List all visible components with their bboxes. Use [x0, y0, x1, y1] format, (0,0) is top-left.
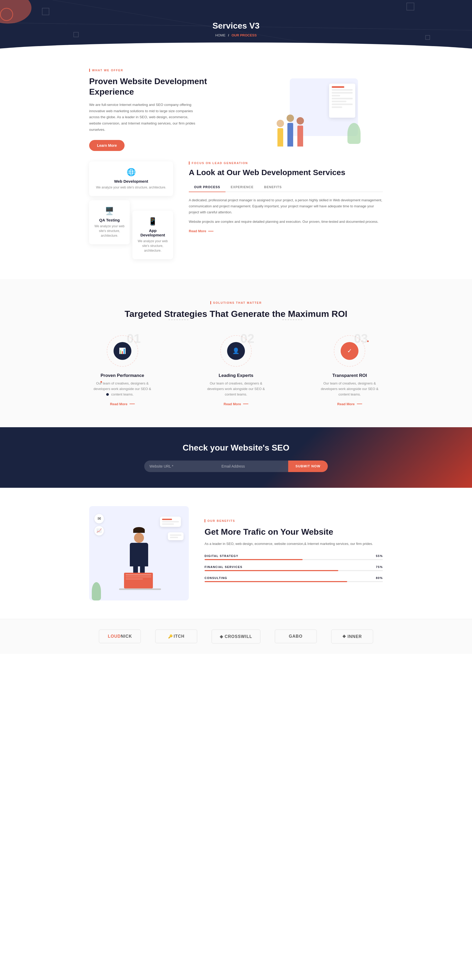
performance-circle: 📊 [113, 342, 131, 360]
experts-desc: Our team of creatives, designers & devel… [205, 381, 266, 397]
roi-card-experts: 02 👤 Leading Experts Our team of creativ… [205, 335, 266, 406]
tab-benefits[interactable]: BENEFITS [259, 183, 287, 192]
hero-document [329, 84, 355, 118]
benefits-content: OUR BENEFITS Get More Trafic on Your Web… [204, 519, 383, 587]
tab-our-process[interactable]: OUR PROCESS [189, 183, 225, 192]
website-url-input[interactable] [144, 460, 216, 472]
service-card-web-dev: 🌐 Web Development We analyze your web si… [89, 161, 173, 196]
logo-inner: ❖ INNER [331, 630, 373, 643]
seo-heading: Check your Website's SEO [11, 443, 461, 453]
logo-crosswill: ◈ CROSSWILL [212, 630, 260, 643]
performance-desc: Our team of creatives, designers & devel… [92, 381, 153, 397]
breadcrumb: HOME / OUR PROCESS [0, 33, 472, 37]
progress-value-digital: 55% [376, 554, 383, 557]
page-title: Services V3 [0, 21, 472, 31]
progress-fill-financial [204, 570, 338, 571]
logos-section: LOUDNICK 🔑ITCH ◈ CROSSWILL GABO ❖ INNER [0, 619, 472, 654]
services-read-more[interactable]: Read More [189, 229, 214, 233]
tab-paragraph-1: A dedicated, professional project manage… [189, 197, 383, 215]
speech-bubble-2 [168, 532, 183, 540]
proven-label: WHAT WE OFFER [89, 69, 228, 72]
transparent-circle: ✓ [341, 342, 359, 360]
logos-row: LOUDNICK 🔑ITCH ◈ CROSSWILL GABO ❖ INNER [92, 630, 380, 643]
tab-paragraph-2: Website projects are complex and require… [189, 219, 383, 225]
progress-label-financial: FINANCIAL SERVICES [204, 565, 242, 568]
benefits-illustration: ✉ 📈 [89, 506, 189, 600]
seo-form: SUBMIT NOW [144, 460, 328, 472]
icon-envelope: ✉ [94, 514, 104, 523]
progress-value-financial: 75% [376, 565, 383, 568]
services-heading: A Look at Our Web Development Services [189, 167, 383, 177]
transparent-read-more[interactable]: Read More [337, 402, 362, 406]
breadcrumb-separator: / [228, 33, 229, 37]
page-header: Services V3 HOME / OUR PROCESS [0, 0, 472, 53]
proven-content: WHAT WE OFFER Proven Website Development… [89, 69, 228, 151]
desk [119, 589, 161, 590]
benefits-body: As a leader in SEO, web design, ecommerc… [204, 541, 383, 547]
floating-icons: ✉ 📈 [94, 514, 104, 536]
benefits-label: OUR BENEFITS [204, 519, 383, 522]
email-address-input[interactable] [216, 460, 288, 472]
hero-plant [348, 123, 360, 144]
services-label: FOCUS ON LEAD GENERATION [189, 161, 383, 165]
tab-content-area: A dedicated, professional project manage… [189, 197, 383, 233]
experts-icon-wrap: 02 👤 [220, 335, 252, 367]
benefits-image: ✉ 📈 [89, 506, 189, 600]
transparent-desc: Our team of creatives, designers & devel… [319, 381, 380, 397]
figure-3 [297, 117, 304, 146]
roi-cards-row: 01 📊 Proven Performance Our team of crea… [92, 335, 380, 406]
roi-heading: Targeted Strategies That Generate the Ma… [11, 308, 461, 320]
submit-seo-button[interactable]: SUBMIT NOW [288, 460, 328, 472]
logo-gabo: GABO [275, 630, 317, 643]
progress-financial: FINANCIAL SERVICES 75% [204, 565, 383, 571]
services-tabs: OUR PROCESS EXPERIENCE BENEFITS [189, 183, 383, 192]
roi-card-performance: 01 📊 Proven Performance Our team of crea… [92, 335, 153, 406]
proven-illustration [244, 73, 383, 146]
web-dev-title: Web Development [94, 179, 168, 183]
experts-read-more[interactable]: Read More [224, 402, 248, 406]
proven-body: We are full-service Internet marketing a… [89, 102, 199, 133]
plant-left [92, 582, 101, 600]
proven-heading: Proven Website Development Experience [89, 76, 228, 97]
experts-circle: 👤 [227, 342, 245, 360]
learn-more-button[interactable]: Learn More [89, 140, 124, 151]
services-section: 🌐 Web Development We analyze your web si… [79, 161, 393, 263]
progress-consulting: CONSULTING 80% [204, 576, 383, 582]
logo-loudnick: LOUDNICK [99, 630, 141, 643]
performance-title: Proven Performance [92, 373, 153, 378]
breadcrumb-home[interactable]: HOME [215, 33, 225, 37]
figure-1 [277, 120, 284, 146]
qa-desc: We analyze your web site's structure, ar… [94, 224, 124, 238]
icon-chart: 📈 [94, 526, 104, 536]
app-dev-desc: We analyze your web site's structure, ar… [138, 239, 168, 253]
qa-icon: 🖥️ [94, 207, 124, 215]
proven-section: WHAT WE OFFER Proven Website Development… [79, 69, 393, 151]
service-card-qa: 🖥️ QA Testing We analyze your web site's… [89, 200, 130, 244]
progress-digital-strategy: DIGITAL STRATEGY 55% [204, 554, 383, 560]
roi-card-transparent: 03 ✓ Transparent ROI Our team of creativ… [319, 335, 380, 406]
benefits-section: ✉ 📈 OUR BENEFITS Get More Trafic on Your… [79, 506, 393, 600]
roi-label: SOLUTIONS THAT MATTER [210, 301, 262, 304]
app-dev-icon: 📱 [138, 217, 168, 226]
app-dev-title: App Development [138, 228, 168, 237]
performance-read-more[interactable]: Read More [110, 402, 134, 406]
progress-fill-digital [204, 559, 303, 560]
web-dev-icon: 🌐 [94, 168, 168, 177]
benefits-heading: Get More Trafic on Your Website [204, 527, 383, 538]
progress-value-consulting: 80% [376, 576, 383, 579]
laptop-screen [124, 573, 153, 589]
progress-label-consulting: CONSULTING [204, 576, 227, 579]
hero-figures [277, 115, 304, 146]
figure-2 [287, 115, 294, 146]
transparent-title: Transparent ROI [319, 373, 380, 378]
performance-icon-wrap: 01 📊 [107, 335, 138, 367]
qa-title: QA Testing [94, 218, 124, 222]
breadcrumb-current: OUR PROCESS [231, 33, 257, 37]
roi-dot-2 [100, 381, 102, 383]
logo-pitch: 🔑ITCH [155, 630, 197, 643]
tab-experience[interactable]: EXPERIENCE [225, 183, 259, 192]
roi-section: SOLUTIONS THAT MATTER Targeted Strategie… [0, 279, 472, 427]
service-card-app-dev: 📱 App Development We analyze your web si… [132, 211, 173, 259]
transparent-icon-wrap: 03 ✓ [334, 335, 365, 367]
web-dev-desc: We analyze your web site's structure, ar… [94, 185, 168, 190]
